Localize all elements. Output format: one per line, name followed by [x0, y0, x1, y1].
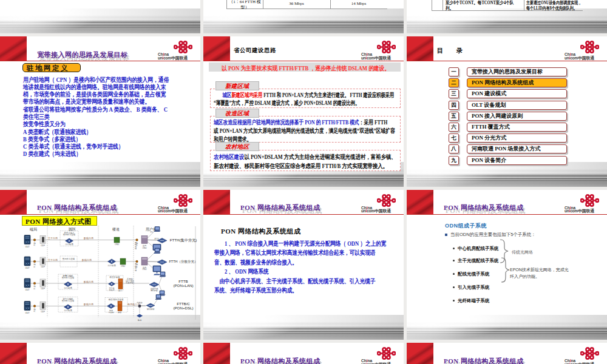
svg-text:OLT: OLT: [25, 289, 30, 291]
svg-text:(PON+DSL): (PON+DSL): [173, 305, 193, 309]
svg-text:PC: PC: [151, 231, 154, 233]
svg-text:OLT: OLT: [25, 311, 30, 314]
svg-text:配线光缆: 配线光缆: [82, 258, 92, 261]
svg-text:纤: 纤: [33, 244, 36, 246]
svg-text:主干光缆: 主干光缆: [48, 237, 58, 240]
svg-text:配线光缆: 配线光缆: [84, 237, 93, 240]
svg-text:光分路器: 光分路器: [65, 243, 73, 246]
svg-text:室内外光交箱: 室内外光交箱: [63, 257, 75, 260]
svg-text:OLT: OLT: [25, 245, 30, 248]
svg-text:ODF: ODF: [41, 244, 45, 246]
svg-text:纤: 纤: [33, 265, 36, 268]
svg-text:电话: 电话: [138, 318, 142, 321]
svg-text:分线盒: 分线盒: [109, 311, 114, 313]
svg-text:楼道/室外设备箱: 楼道/室外设备箱: [109, 297, 124, 300]
svg-text:缆: 缆: [135, 248, 137, 250]
svg-text:室内外光交箱: 室内外光交箱: [62, 298, 75, 302]
svg-text:纤: 纤: [33, 287, 36, 289]
svg-text:室内外光交箱: 室内外光交箱: [63, 232, 76, 235]
svg-text:器在设: 器在设: [109, 289, 115, 291]
svg-text:配线: 配线: [118, 311, 121, 314]
svg-text:FTTH(集中分光): FTTH(集中分光): [170, 237, 197, 242]
svg-text:接入: 接入: [118, 289, 122, 291]
svg-text:室内外光交箱: 室内外光交箱: [62, 276, 75, 279]
svg-text:端局: 端局: [30, 228, 37, 232]
svg-text:FTTB: FTTB: [178, 279, 188, 283]
svg-text:ONU: ONU: [142, 268, 147, 271]
svg-text:配线光缆: 配线光缆: [84, 280, 93, 283]
svg-text:MODEM: MODEM: [147, 308, 155, 310]
svg-text:实装设备): 实装设备): [126, 281, 134, 284]
svg-text:ODF: ODF: [41, 310, 45, 312]
svg-text:光分路器: 光分路器: [64, 286, 72, 289]
svg-text:楼道设备箱: 楼道设备箱: [110, 275, 121, 278]
svg-text:(PON+LAN): (PON+LAN): [173, 283, 193, 288]
svg-text:IAD设备: IAD设备: [151, 289, 158, 292]
svg-text:ONU: ONU: [115, 243, 120, 246]
svg-text:楼道: 楼道: [112, 228, 120, 231]
svg-text:主干光缆: 主干光缆: [48, 258, 58, 261]
svg-text:FTTH（分散分光）: FTTH（分散分光）: [169, 260, 197, 264]
svg-text:分线盒: 分线盒: [137, 301, 143, 303]
svg-text:光分路器: 光分路器: [64, 309, 72, 312]
svg-text:ODF: ODF: [41, 288, 45, 290]
svg-text:光分路器: 光分路器: [107, 264, 116, 266]
svg-text:ONU: ONU: [142, 246, 147, 249]
svg-text:IPTV: IPTV: [154, 238, 159, 240]
svg-text:配线光缆: 配线光缆: [84, 303, 93, 306]
svg-text:ODF: ODF: [41, 266, 45, 268]
svg-text:缆: 缆: [135, 269, 137, 271]
svg-text:OLT: OLT: [25, 267, 30, 269]
svg-text:纤: 纤: [33, 310, 36, 312]
svg-text:ONU: ONU: [121, 265, 126, 268]
svg-text:FTTB/C: FTTB/C: [177, 301, 190, 305]
